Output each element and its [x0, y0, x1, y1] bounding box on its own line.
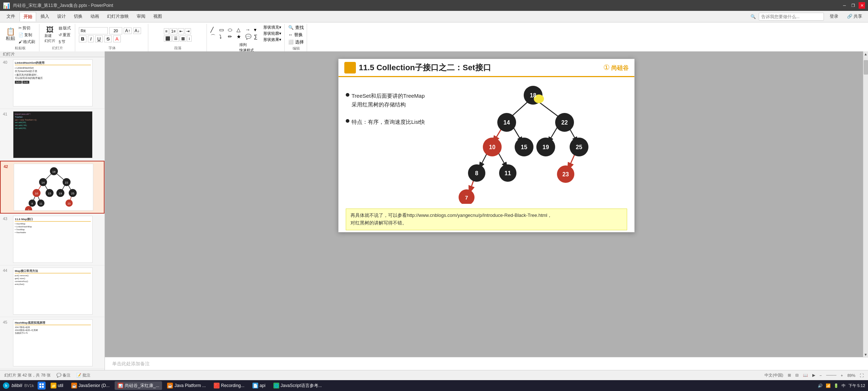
slide-body: TreeSet和后面要讲的TreeMap 采用红黑树的存储结构 特点：有序，查询…: [339, 77, 634, 209]
windows-start-btn[interactable]: [38, 382, 46, 390]
more-shapes[interactable]: ▾: [254, 27, 262, 33]
reset-button[interactable]: ↺ 重置: [58, 32, 72, 38]
text-direction-button[interactable]: ↕: [187, 35, 192, 42]
cut-button[interactable]: ✂ 剪切: [17, 25, 36, 31]
align-center-button[interactable]: ☰: [173, 35, 179, 42]
format-painter-button[interactable]: 🖌 格式刷: [17, 39, 36, 45]
shape-effect-btn[interactable]: 形状效果▾: [263, 37, 281, 42]
italic-button[interactable]: I: [88, 35, 94, 42]
shape-fill-btn[interactable]: 形状填充▾: [263, 25, 281, 30]
system-icon-sound[interactable]: 🔊: [818, 383, 823, 388]
svg-text:14: 14: [42, 181, 45, 184]
freeform-tool[interactable]: ✏: [228, 34, 236, 40]
zoom-in-btn[interactable]: +: [841, 373, 843, 378]
login-btn[interactable]: 登录: [827, 13, 841, 20]
time-display: 下午 5:12: [848, 383, 865, 388]
replace-button[interactable]: ↔ 替换: [288, 32, 303, 38]
tab-view[interactable]: 视图: [150, 12, 166, 21]
taskbar-item-javascript[interactable]: 🌐 JavaScript语言参考...: [271, 381, 325, 390]
taskbar-item-recording[interactable]: 🔴 Recording...: [211, 381, 247, 390]
scroll-down-arrow[interactable]: ▼: [863, 352, 868, 357]
note-area[interactable]: 单击此处添加备注: [105, 357, 868, 370]
decrease-indent-button[interactable]: ⇤: [178, 28, 184, 34]
arc-tool[interactable]: ⌒: [210, 34, 218, 40]
right-scrollbar[interactable]: ▲ ▼: [863, 51, 868, 357]
increase-font-btn[interactable]: A↑: [124, 28, 132, 34]
shape-outline-btn[interactable]: 形状轮廓▾: [263, 31, 281, 36]
tab-insert[interactable]: 插入: [37, 12, 53, 21]
taskbar-item-java-platform[interactable]: ☕ Java Platform ...: [164, 381, 209, 390]
slide-panel[interactable]: 40 LinkedHashSet的使用 • LinkedHashSet 作为Ha…: [0, 57, 105, 370]
strikethrough-button[interactable]: S: [104, 35, 112, 42]
arrange-button[interactable]: 排列: [239, 42, 254, 47]
paste-button[interactable]: 📋 粘贴: [4, 27, 17, 42]
line-tool[interactable]: ╱: [210, 27, 218, 33]
font-size-input[interactable]: [109, 27, 122, 34]
tab-slideshow[interactable]: 幻灯片放映: [103, 12, 132, 21]
fit-btn[interactable]: ⛶: [860, 373, 864, 378]
select-button[interactable]: ⬜ 选择: [288, 39, 303, 45]
slide-thumb-45[interactable]: 45 HashMap底层实现原理 JDK7数组+链表 JDK8数组+链表+红黑树…: [0, 317, 105, 369]
tab-review[interactable]: 审阅: [133, 12, 149, 21]
tab-design[interactable]: 设计: [54, 12, 69, 21]
annotation-btn[interactable]: 📝 批注: [76, 373, 90, 378]
callout-tool[interactable]: 💬: [245, 34, 253, 40]
new-slide-button[interactable]: 🖼 新建 幻灯片: [43, 25, 57, 44]
font-color-button[interactable]: A: [113, 35, 121, 42]
zoom-out-btn[interactable]: −: [820, 373, 822, 378]
tab-file[interactable]: 文件: [3, 12, 19, 21]
equation-tool[interactable]: ∑: [254, 34, 262, 40]
numbered-list-button[interactable]: 1≡: [170, 28, 177, 34]
zoom-level: 89%: [847, 373, 855, 378]
triangle-tool[interactable]: △: [237, 27, 244, 33]
taskbar-item-util[interactable]: 📁 util: [48, 381, 66, 390]
oval-tool[interactable]: ⬭: [228, 27, 236, 33]
bold-button[interactable]: B: [79, 35, 86, 42]
svg-text:7: 7: [28, 209, 29, 211]
slide-thumb-43[interactable]: 43 11.6 Map接口 • HashMap • LinkedHashMap …: [0, 214, 105, 265]
minimize-button[interactable]: ─: [841, 2, 848, 9]
slide-thumb-44[interactable]: 44 Map接口常用方法 put() remove() get() size()…: [0, 265, 105, 317]
rect-tool[interactable]: ▭: [219, 27, 227, 33]
increase-indent-button[interactable]: ⇥: [185, 28, 191, 34]
arrow-tool[interactable]: →: [245, 27, 253, 33]
star-tool[interactable]: ★: [237, 34, 244, 40]
system-icon-network[interactable]: 📶: [826, 383, 831, 388]
scroll-up-arrow[interactable]: ▲: [863, 51, 868, 56]
font-name-input[interactable]: [79, 27, 108, 34]
system-icon-input[interactable]: 中: [842, 383, 846, 388]
slide-sorter-btn[interactable]: ⊟: [795, 373, 799, 378]
comment-btn[interactable]: 💬 备注: [56, 373, 71, 378]
slide-thumb-41[interactable]: 41 import java.util.*; TreeSet set = new…: [0, 109, 105, 161]
underline-button[interactable]: U: [95, 35, 103, 42]
slide-header: 11.5 Collection子接口之二：Set接口 ① 尚硅谷: [339, 59, 634, 77]
search-input[interactable]: [759, 13, 824, 21]
bullet-list-button[interactable]: ≡: [164, 28, 169, 34]
align-right-button[interactable]: ▦: [180, 35, 186, 42]
normal-view-btn[interactable]: ⊞: [788, 373, 791, 378]
taskbar-item-javaseniord[interactable]: ☕ JavaSenior (D...: [68, 381, 112, 390]
taskbar-item-api[interactable]: 📄 api: [250, 381, 268, 390]
layout-button[interactable]: ▤ 版式: [58, 25, 72, 31]
reading-view-btn[interactable]: 📖: [803, 373, 808, 378]
find-button[interactable]: 🔍 查找: [288, 25, 303, 31]
slide-thumb-42[interactable]: 42: [0, 161, 105, 214]
restore-button[interactable]: ❐: [850, 2, 856, 9]
taskbar-item-ppt[interactable]: 📊 尚硅谷_宋红康_...: [115, 381, 162, 390]
share-btn[interactable]: 🔗 共享: [844, 13, 865, 20]
system-icon-battery[interactable]: 🔋: [834, 383, 839, 388]
tab-animations[interactable]: 动画: [87, 12, 103, 21]
tab-transitions[interactable]: 切换: [70, 12, 86, 21]
align-left-button[interactable]: ⬛: [164, 35, 172, 42]
copy-button[interactable]: 📄 复制: [17, 32, 36, 38]
connector-tool[interactable]: ⤵: [219, 34, 227, 40]
zoom-slider[interactable]: ────: [826, 373, 836, 377]
ppt-icon: 📊: [118, 383, 123, 388]
close-button[interactable]: ✕: [859, 2, 865, 9]
section-button[interactable]: § 节: [58, 39, 72, 45]
slide-thumb-40[interactable]: 40 LinkedHashSet的使用 • LinkedHashSet 作为Ha…: [0, 57, 105, 109]
tab-home[interactable]: 开始: [20, 12, 36, 21]
scroll-thumb[interactable]: [864, 60, 868, 75]
slideshow-btn[interactable]: ▶: [812, 373, 815, 378]
decrease-font-btn[interactable]: A↓: [133, 28, 141, 34]
